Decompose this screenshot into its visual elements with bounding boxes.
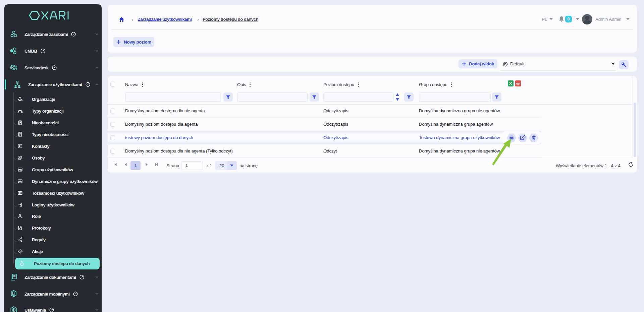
svg-text:PDF: PDF — [516, 83, 520, 85]
